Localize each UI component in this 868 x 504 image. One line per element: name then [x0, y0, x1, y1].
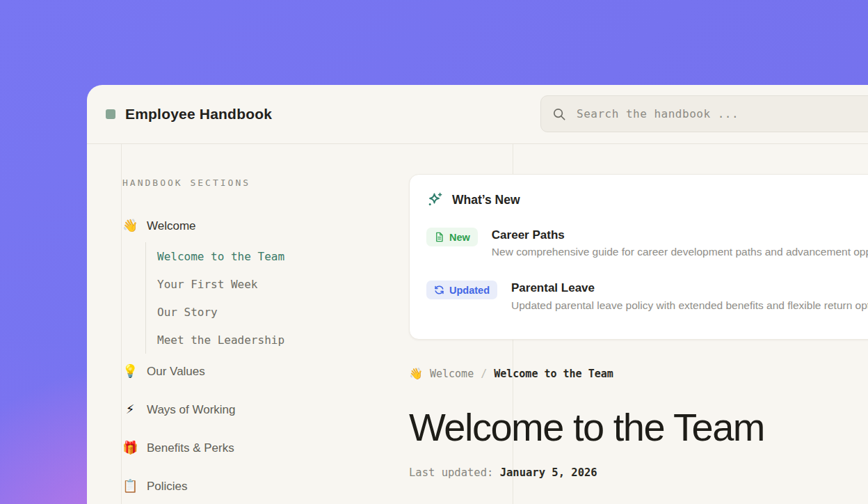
sidebar-subitem-welcome-to-the-team[interactable]: Welcome to the Team	[146, 242, 415, 270]
sidebar-item-label: Policies	[147, 479, 188, 494]
search-bar[interactable]	[540, 95, 868, 132]
whats-new-item-title: Parental Leave	[511, 281, 868, 295]
whats-new-header: What’s New	[426, 191, 868, 208]
refresh-icon	[434, 285, 444, 295]
whats-new-item-title: Career Paths	[492, 228, 868, 242]
sidebar-item-our-values[interactable]: 💡 Our Values	[122, 364, 415, 379]
wave-emoji: 👋	[122, 219, 138, 233]
app-window: Employee Handbook HANDBOOK SECTIONS 👋 We…	[87, 85, 868, 504]
clipboard-emoji: 📋	[122, 479, 138, 494]
last-updated-label: Last updated:	[409, 466, 493, 479]
sidebar-sublist-welcome: Welcome to the Team Your First Week Our …	[145, 242, 415, 354]
whats-new-item-body: Parental Leave Updated parental leave po…	[511, 281, 868, 311]
sidebar-item-label: Our Values	[147, 364, 205, 379]
whats-new-item-description: New comprehensive guide for career devel…	[492, 246, 868, 258]
sidebar-item-policies[interactable]: 📋 Policies	[122, 479, 415, 494]
page-title: Welcome to the Team	[409, 408, 868, 447]
lightning-emoji: ⚡	[122, 402, 138, 417]
sidebar-item-ways-of-working[interactable]: ⚡ Ways of Working	[122, 402, 415, 417]
main-content: What’s New New Career Paths New comprehe…	[409, 144, 868, 479]
badge-label: Updated	[449, 285, 490, 296]
sidebar-item-label: Welcome	[147, 219, 196, 233]
sidebar-heading: HANDBOOK SECTIONS	[122, 178, 415, 188]
gift-emoji: 🎁	[122, 441, 138, 455]
sidebar: HANDBOOK SECTIONS 👋 Welcome Welcome to t…	[122, 144, 415, 494]
sidebar-subitem-our-story[interactable]: Our Story	[146, 298, 415, 326]
sidebar-item-label: Ways of Working	[147, 402, 236, 417]
document-icon	[434, 232, 444, 242]
lightbulb-emoji: 💡	[122, 364, 138, 379]
new-badge: New	[426, 228, 478, 246]
whats-new-title: What’s New	[452, 193, 520, 207]
breadcrumb-current: Welcome to the Team	[494, 368, 613, 380]
breadcrumb: 👋 Welcome / Welcome to the Team	[409, 367, 868, 380]
badge-label: New	[449, 232, 470, 243]
sidebar-item-label: Benefits & Perks	[147, 441, 234, 455]
app-title: Employee Handbook	[125, 106, 272, 123]
magnifier-icon	[552, 107, 566, 121]
whats-new-item[interactable]: Updated Parental Leave Updated parental …	[426, 281, 868, 311]
whats-new-card: What’s New New Career Paths New comprehe…	[409, 174, 868, 340]
last-updated-value: January 5, 2026	[500, 466, 597, 479]
wave-emoji: 👋	[409, 367, 423, 380]
sidebar-guide-line	[121, 144, 122, 504]
updated-badge: Updated	[426, 281, 497, 299]
search-input[interactable]	[575, 107, 868, 121]
sidebar-subitem-meet-the-leadership[interactable]: Meet the Leadership	[146, 326, 415, 354]
sidebar-subitem-your-first-week[interactable]: Your First Week	[146, 270, 415, 298]
whats-new-item-description: Updated parental leave policy with exten…	[511, 299, 868, 312]
breadcrumb-section[interactable]: Welcome	[430, 368, 474, 380]
sidebar-item-welcome[interactable]: 👋 Welcome	[122, 219, 415, 233]
sidebar-item-benefits-perks[interactable]: 🎁 Benefits & Perks	[122, 441, 415, 455]
sparkles-icon	[426, 191, 443, 208]
app-header: Employee Handbook	[87, 85, 868, 144]
whats-new-item[interactable]: New Career Paths New comprehensive guide…	[426, 228, 868, 258]
whats-new-item-body: Career Paths New comprehensive guide for…	[492, 228, 868, 258]
last-updated: Last updated: January 5, 2026	[409, 466, 868, 479]
app-logo	[106, 109, 115, 119]
breadcrumb-separator: /	[481, 368, 487, 380]
